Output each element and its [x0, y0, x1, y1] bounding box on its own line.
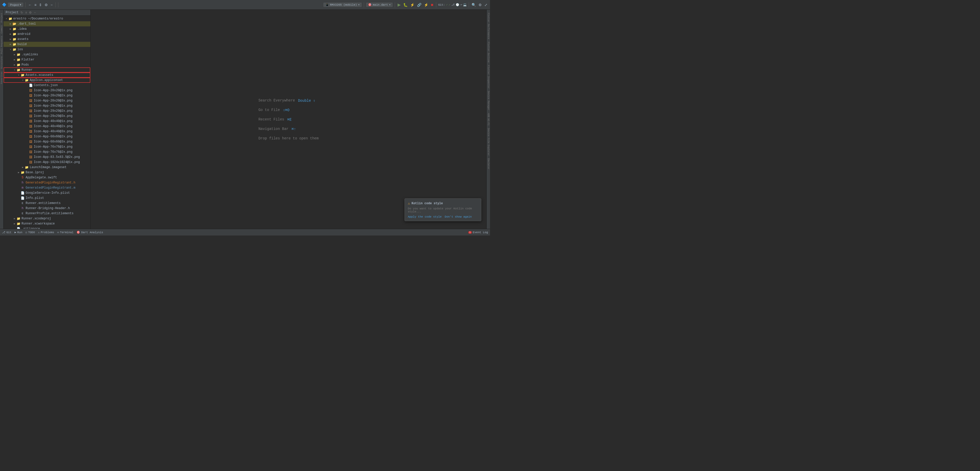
launchimage-icon: 📁	[25, 165, 29, 169]
tree-icon-60x60-2x[interactable]: ▶ 🖼 Icon-App-60x60@2x.png	[3, 134, 91, 139]
goto-file-label: Go to File	[258, 108, 280, 112]
minimize-btn[interactable]: −	[50, 3, 53, 7]
sidebar-item-commit[interactable]: Commit	[0, 24, 3, 34]
tree-runner-profile[interactable]: ▶ E RunnerProfile.entitlements	[3, 211, 91, 216]
project-dropdown[interactable]: Project ▾	[8, 3, 23, 7]
bottom-todo[interactable]: ☑ TODO	[25, 231, 35, 234]
tree-ios[interactable]: ▾ 📁 ios	[3, 47, 91, 52]
right-strip-flutter-perf[interactable]: Flutter Performance	[487, 12, 490, 40]
tree-icon-76x76-2x[interactable]: ▶ 🖼 Icon-App-76x76@2x.png	[3, 149, 91, 155]
flutter-profile-btn[interactable]: ⚡	[410, 3, 415, 7]
stop-button[interactable]: ■	[430, 3, 434, 7]
bottom-run[interactable]: ▶ Run	[14, 231, 22, 234]
tree-dart-tool[interactable]: ▶ 📂 .dart_tool	[3, 21, 91, 26]
panel-collapse-btn[interactable]: ≡	[25, 11, 27, 14]
tree-base-lproj[interactable]: ▶ 📁 Base.lproj	[3, 170, 91, 175]
kotlin-notif-body: Do you want to update your Kotlin code s…	[408, 207, 478, 213]
tree-appdelegate[interactable]: ▶ S AppDelegate.swift	[3, 175, 91, 180]
right-strip-adb-wifi[interactable]: ADB Wi-Fi	[487, 112, 490, 126]
diff-icon-btn[interactable]: ⇕	[38, 3, 43, 7]
panel-settings-btn[interactable]: ⚙	[29, 11, 32, 14]
tree-icon-20x20-2x[interactable]: ▶ 🖼 Icon-App-20x20@2x.png	[3, 93, 91, 98]
right-strip-device-manager[interactable]: Device Manager	[487, 90, 490, 112]
main-layout: Project Commit Pull Requests Structure F…	[0, 10, 490, 229]
kotlin-notif-header: ⚠ Kotlin code style	[408, 201, 478, 206]
device-selector[interactable]: 📱 RMX3265 (mobile) ▾	[323, 3, 362, 7]
tree-assets[interactable]: ▶ 📁 assets	[3, 37, 91, 42]
git-check2: ✓	[449, 3, 450, 6]
tree-info-plist[interactable]: ▶ 📄 Info.plist	[3, 196, 91, 201]
tree-runner-entitlements[interactable]: ▶ E Runner.entitlements	[3, 201, 91, 206]
tree-icon-60x60-3x[interactable]: ▶ 🖼 Icon-App-60x60@3x.png	[3, 139, 91, 144]
run-button[interactable]: ▶	[397, 2, 401, 7]
tree-icon-29x29-1x[interactable]: ▶ 🖼 Icon-App-29x29@1x.png	[3, 103, 91, 109]
git-device2: 💻	[463, 3, 467, 6]
bottom-git[interactable]: ⎇ Git	[2, 231, 11, 234]
hot-reload-btn[interactable]: ⚡	[423, 3, 429, 7]
icon-29x29-2x-label: Icon-App-29x29@2x.png	[34, 109, 72, 113]
settings2-btn[interactable]: ⚙	[478, 3, 482, 7]
apply-code-style-link[interactable]: Apply the code style	[408, 215, 442, 218]
right-strip-flutter-outline[interactable]: Flutter Outline	[487, 41, 490, 64]
tree-icon-40x40-3x[interactable]: ▶ 🖼 Icon-App-40x40@3x.png	[3, 129, 91, 134]
tree-icon-76x76-1x[interactable]: ▶ 🖼 Icon-App-76x76@1x.png	[3, 144, 91, 149]
symlinks-arrow: ▶	[13, 53, 16, 56]
tree-gitignore[interactable]: ▶ 📄 .gitignore	[3, 226, 91, 229]
tree-build[interactable]: ▶ 📁 build	[3, 42, 91, 47]
sidebar-item-favorites[interactable]: Favorites	[0, 70, 3, 85]
flutter-attach-btn[interactable]: 🔗	[417, 3, 422, 7]
align-icon-btn[interactable]: ≡	[34, 3, 37, 7]
search-btn[interactable]: 🔍	[471, 3, 476, 7]
tree-android[interactable]: ▶ 📁 android	[3, 32, 91, 37]
runner-arrow: ▾	[13, 69, 16, 72]
sidebar-item-pull-requests[interactable]: Pull Requests	[0, 35, 3, 55]
device-name: RMX3265 (mobile)	[330, 3, 357, 6]
tree-contents-json[interactable]: ▶ 📄 Contents.json	[3, 83, 91, 88]
tree-gen-plugin-h[interactable]: ▶ h GeneratedPluginRegistrant.h	[3, 180, 91, 185]
tree-launchimage[interactable]: ▶ 📁 LaunchImage.imageset	[3, 165, 91, 170]
sidebar-item-structure[interactable]: Structure	[0, 55, 3, 70]
tree-google-service[interactable]: ▶ 📄 GoogleService-Info.plist	[3, 190, 91, 196]
tree-runner-xcworkspace[interactable]: ▶ 📁 Runner.xcworkspace	[3, 221, 91, 226]
dont-show-again-link[interactable]: Don't show again	[445, 215, 472, 218]
tree-flutter[interactable]: ▶ 📁 Flutter	[3, 57, 91, 62]
tree-appiconset[interactable]: ▾ 📁 AppIcon.appiconset	[3, 78, 91, 83]
tree-root[interactable]: ▾ 📁 erestro ~/Documents/erestro	[3, 16, 91, 21]
bottom-event-log[interactable]: 1 Event Log	[468, 231, 488, 234]
tree-icon-20x20-1x[interactable]: ▶ 🖼 Icon-App-20x20@1x.png	[3, 88, 91, 93]
sidebar-item-project[interactable]: Project	[0, 12, 3, 24]
right-strip-device-file-explorer[interactable]: Device File Explorer	[487, 127, 490, 157]
tree-bridging-header[interactable]: ▶ h Runner-Bridging-Header.h	[3, 206, 91, 211]
tree-icon-40x40-1x[interactable]: ▶ 🖼 Icon-App-40x40@1x.png	[3, 119, 91, 124]
right-strip-flutter-inspector[interactable]: Flutter Inspector	[487, 64, 490, 90]
tree-icon-40x40-2x[interactable]: ▶ 🖼 Icon-App-40x40@2x.png	[3, 124, 91, 129]
file-icon: 🎯	[368, 3, 372, 6]
tree-idea[interactable]: ▶ 📁 .idea	[3, 26, 91, 32]
tree-icon-29x29-3x[interactable]: ▶ 🖼 Icon-App-29x29@3x.png	[3, 113, 91, 119]
tree-icon-29x29-2x[interactable]: ▶ 🖼 Icon-App-29x29@2x.png	[3, 109, 91, 113]
bottom-dart-analysis[interactable]: 🎯 Dart Analysis	[76, 231, 103, 234]
panel-sync-btn[interactable]: ↻	[20, 11, 24, 14]
idea-label: .idea	[18, 27, 27, 31]
panel-close-btn[interactable]: −	[33, 11, 36, 14]
right-strip-emulator[interactable]: Emulator	[487, 157, 490, 171]
png-icon-15: 🖼	[29, 160, 33, 164]
settings-btn[interactable]: ⚙	[44, 3, 48, 7]
bottom-problems[interactable]: ⚠ Problems	[38, 231, 54, 234]
tree-runner-xcodeproj[interactable]: ▶ 📁 Runner.xcodeproj	[3, 216, 91, 221]
tree-symlinks[interactable]: ▶ 📁 .symlinks	[3, 52, 91, 57]
tree-icon-1024-1x[interactable]: ▶ 🖼 Icon-App-1024x1024@1x.png	[3, 160, 91, 165]
git-branch: ⎇	[451, 3, 455, 6]
tree-assets-xcassets[interactable]: ▾ 📁 Assets.xcassets	[3, 72, 91, 78]
tree-icon-83x83-2x[interactable]: ▶ 🖼 Icon-App-83.5x83.5@2x.png	[3, 155, 91, 160]
tree-gen-plugin-m[interactable]: ▶ m GeneratedPluginRegistrant.m	[3, 185, 91, 190]
ios-label: ios	[18, 48, 23, 51]
bottom-terminal[interactable]: ▭ Terminal	[57, 231, 73, 234]
tree-runner[interactable]: ▾ 📁 Runner	[3, 67, 91, 72]
maximize-btn[interactable]: ⤢	[484, 3, 488, 7]
tree-icon-20x20-3x[interactable]: ▶ 🖼 Icon-App-20x20@3x.png	[3, 98, 91, 103]
tree-pods[interactable]: ▶ 📁 Pods	[3, 62, 91, 67]
flutter-debug-btn[interactable]: 🐛	[403, 3, 408, 7]
file-selector[interactable]: 🎯 main.dart ▾	[366, 3, 393, 7]
navigate-back-btn[interactable]: ←	[28, 3, 32, 7]
